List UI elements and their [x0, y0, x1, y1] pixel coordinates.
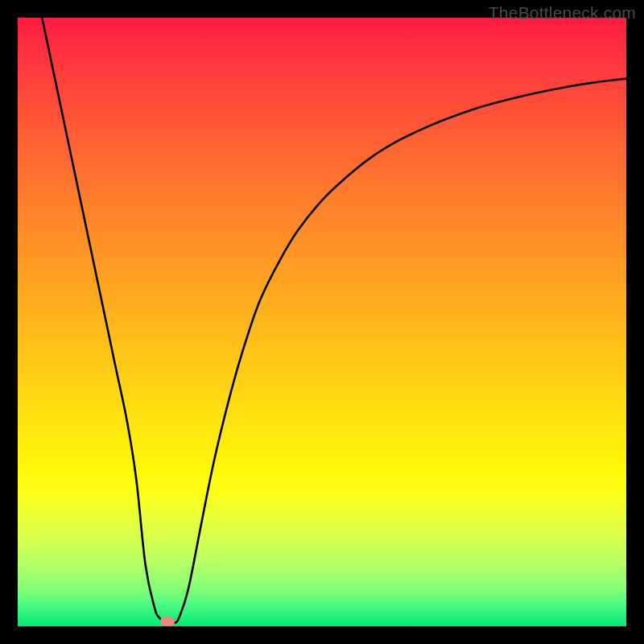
chart-plot-area: [18, 18, 626, 626]
curve-svg: [18, 18, 626, 626]
bottleneck-curve: [42, 18, 626, 623]
optimal-point-marker: [160, 617, 175, 626]
watermark-text: TheBottleneck.com: [489, 3, 636, 23]
